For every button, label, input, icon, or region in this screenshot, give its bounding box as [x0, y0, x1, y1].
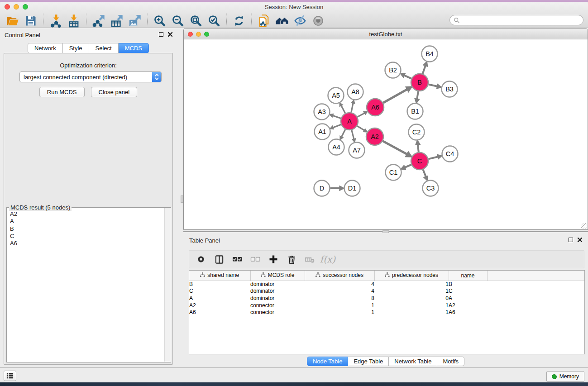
delete-column-button[interactable] — [283, 252, 300, 267]
graph-node-B2[interactable]: B2 — [385, 62, 401, 78]
table-tab-network-table[interactable]: Network Table — [389, 357, 437, 366]
table-tab-edge-table[interactable]: Edge Table — [348, 357, 389, 366]
graph-node-B[interactable]: B — [411, 74, 428, 91]
close-panel-button[interactable]: Close panel — [91, 87, 138, 97]
run-mcds-button[interactable]: Run MCDS — [39, 87, 85, 97]
session-list-button[interactable] — [4, 371, 16, 381]
result-scrollbar[interactable] — [164, 208, 170, 362]
graph-edge-A-A5[interactable] — [341, 106, 345, 113]
graph-node-A[interactable]: A — [341, 113, 358, 130]
graph-node-A8[interactable]: A8 — [348, 84, 363, 100]
graph-node-A2[interactable]: A2 — [366, 128, 383, 145]
graph-node-D[interactable]: D — [314, 181, 330, 196]
graph-node-B1[interactable]: B1 — [407, 104, 423, 119]
table-row[interactable]: Cdominator41C — [189, 288, 584, 295]
delete-table-button[interactable] — [301, 252, 318, 267]
graph-node-A1[interactable]: A1 — [315, 124, 330, 140]
zoom-in-button[interactable] — [151, 13, 169, 29]
table-row[interactable]: Adominator80A — [189, 295, 584, 302]
settings-gear-button[interactable] — [193, 252, 209, 267]
window-resize-grip[interactable] — [581, 223, 587, 229]
table-row[interactable]: A2connector11A2 — [189, 302, 584, 309]
close-panel-icon[interactable] — [167, 32, 173, 37]
zoom-selected-button[interactable] — [205, 13, 223, 29]
graph-edge-A6-B[interactable] — [383, 90, 407, 103]
search-input[interactable] — [462, 17, 579, 24]
graph-node-B4[interactable]: B4 — [422, 46, 438, 62]
network-canvas[interactable]: AA1A2A3A4A5A6A7A8BB1B2B3B4CC1C2C3C4DD1 — [184, 39, 588, 229]
graph-edge-B-B4[interactable] — [423, 66, 425, 74]
graph-edge-A-A4[interactable] — [342, 129, 345, 137]
graph-node-C3[interactable]: C3 — [423, 181, 439, 196]
graph-edge-B-B1[interactable] — [417, 91, 418, 99]
node-table-container[interactable]: shared nameMCDS rolesuccessor nodesprede… — [189, 270, 585, 354]
clone-network-button[interactable] — [255, 13, 273, 29]
save-session-button[interactable] — [22, 13, 40, 29]
graph-edge-B-B2[interactable] — [404, 76, 411, 79]
float-table-panel-icon[interactable] — [569, 238, 573, 242]
graph-edge-A-A1[interactable] — [333, 124, 341, 128]
export-image-button[interactable] — [126, 13, 144, 29]
float-panel-icon[interactable] — [159, 32, 163, 37]
search-box[interactable] — [449, 15, 583, 25]
export-network-button[interactable] — [90, 13, 108, 29]
graph-edge-A-A3[interactable] — [333, 115, 341, 118]
graph-edge-A-A7[interactable] — [352, 130, 354, 139]
function-builder-button[interactable]: f(x) — [320, 252, 336, 267]
tab-style[interactable]: Style — [63, 43, 89, 53]
graph-edge-A2-C[interactable] — [383, 141, 407, 154]
graph-edge-B-B3[interactable] — [429, 84, 437, 86]
graph-edge-A-A8[interactable] — [351, 103, 353, 112]
column-manager-button[interactable] — [211, 252, 227, 267]
optimization-criterion-dropdown[interactable]: largest connected component (directed) — [19, 71, 162, 82]
graph-node-C[interactable]: C — [411, 152, 428, 170]
graph-node-A3[interactable]: A3 — [314, 104, 330, 120]
tab-mcds[interactable]: MCDS — [119, 43, 149, 53]
graph-edge-A-A2[interactable] — [357, 126, 364, 130]
column-header-successor-nodes[interactable]: successor nodes — [305, 271, 374, 281]
network-window-titlebar[interactable]: testGlobe.txt — [184, 29, 588, 39]
table-row[interactable]: Bdominator41B — [189, 281, 584, 288]
column-header-shared-name[interactable]: shared name — [189, 271, 250, 281]
refresh-layout-button[interactable] — [230, 13, 248, 29]
graph-node-C2[interactable]: C2 — [409, 124, 425, 140]
close-table-panel-icon[interactable] — [577, 237, 583, 243]
graph-node-A7[interactable]: A7 — [349, 143, 365, 158]
graph-edge-A-A6[interactable] — [358, 113, 364, 117]
table-tab-node-table[interactable]: Node Table — [307, 357, 349, 366]
table-row[interactable]: A6connector11A6 — [189, 309, 584, 316]
show-graphics-details-button[interactable] — [309, 13, 327, 29]
result-item[interactable]: C — [10, 233, 164, 240]
split-pane-divider-grip[interactable] — [181, 195, 183, 203]
import-table-button[interactable] — [65, 13, 83, 29]
graph-edge-C-C1[interactable] — [405, 165, 411, 167]
create-column-button[interactable] — [265, 252, 282, 267]
graph-edge-C-C2[interactable] — [418, 145, 419, 152]
hide-graphics-details-button[interactable] — [291, 13, 309, 29]
select-all-columns-button[interactable] — [229, 252, 245, 267]
table-tab-motifs[interactable]: Motifs — [437, 357, 464, 366]
zoom-out-button[interactable] — [169, 13, 187, 29]
graph-node-B3[interactable]: B3 — [442, 81, 458, 97]
graph-node-A4[interactable]: A4 — [329, 139, 344, 155]
export-table-button[interactable] — [108, 13, 126, 29]
result-item[interactable]: A2 — [10, 210, 164, 218]
graph-node-C4[interactable]: C4 — [442, 146, 458, 162]
import-network-button[interactable] — [47, 13, 65, 29]
graph-node-C1[interactable]: C1 — [386, 165, 402, 181]
column-header-name[interactable]: name — [449, 271, 487, 281]
open-file-button[interactable] — [4, 13, 22, 29]
result-item[interactable]: A6 — [10, 240, 164, 247]
tab-network[interactable]: Network — [28, 43, 63, 53]
graph-node-D1[interactable]: D1 — [344, 181, 360, 196]
memory-button[interactable]: Memory — [546, 371, 584, 382]
result-item[interactable]: B — [10, 225, 164, 233]
result-item[interactable]: A — [10, 218, 164, 225]
column-header-predecessor-nodes[interactable]: predecessor nodes — [374, 271, 449, 281]
zoom-fit-button[interactable] — [187, 13, 205, 29]
home-button[interactable] — [273, 13, 291, 29]
graph-edge-C-C4[interactable] — [428, 157, 437, 159]
graph-node-A5[interactable]: A5 — [328, 88, 344, 104]
unselect-all-columns-button[interactable] — [247, 252, 263, 267]
column-header-MCDS-role[interactable]: MCDS role — [250, 271, 305, 281]
